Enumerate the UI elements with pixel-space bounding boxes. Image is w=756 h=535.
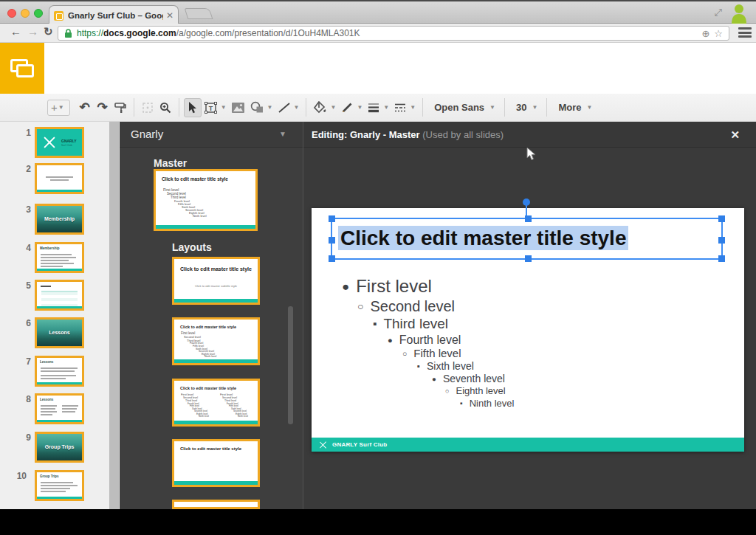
insert-image-button[interactable]: [229, 98, 247, 117]
line-weight-caret-icon[interactable]: ▼: [383, 104, 389, 111]
resize-handle-se[interactable]: [718, 255, 725, 262]
master-editing-stage: Editing: Gnarly - Master (Used by all sl…: [303, 122, 756, 509]
close-master-editor-icon[interactable]: ✕: [730, 128, 740, 142]
new-tab-button[interactable]: [185, 8, 213, 19]
resize-handle-e[interactable]: [718, 237, 725, 244]
master-thumbnail[interactable]: Click to edit master title style First l…: [154, 169, 258, 231]
line-weight-button[interactable]: [365, 98, 382, 117]
slide-thumbnail-9[interactable]: Group Trips: [35, 432, 84, 463]
reload-button[interactable]: ↻: [44, 25, 53, 38]
layout-thumbnail-1[interactable]: Click to edit master title style Click t…: [172, 257, 260, 305]
line-dash-caret-icon[interactable]: ▼: [410, 104, 416, 111]
new-slide-caret-icon[interactable]: ▼: [58, 104, 64, 111]
browser-tab[interactable]: Gnarly Surf Club – Google ✕: [49, 5, 179, 25]
slides-logo-icon[interactable]: [0, 43, 44, 94]
mini-level: Ninth level: [193, 214, 207, 218]
redo-button[interactable]: ↷: [94, 98, 111, 117]
new-slide-button[interactable]: + ▼: [47, 100, 70, 116]
zoom-button[interactable]: [157, 98, 174, 117]
slide-number: 10: [13, 471, 27, 481]
bullet-level-7[interactable]: Seventh level: [432, 373, 505, 384]
bullet-level-9[interactable]: Ninth level: [460, 398, 514, 409]
bullet-level-4[interactable]: Fourth level: [388, 334, 461, 347]
bullet-level-6[interactable]: Sixth level: [417, 360, 474, 372]
slide-number: 2: [18, 164, 31, 174]
slide-thumbnail-2[interactable]: [35, 163, 84, 194]
bookmark-star-icon[interactable]: ☆: [714, 28, 723, 39]
slide-thumbnail-7[interactable]: Lessons: [35, 356, 84, 387]
editing-title: Editing: Gnarly - Master (Used by all sl…: [312, 129, 504, 140]
slide-thumbnail-1[interactable]: GNARLY Surf Club: [35, 127, 84, 158]
font-family-dropdown[interactable]: Open Sans▼: [427, 98, 500, 117]
screen: Gnarly Surf Club – Google ✕ ⤢ ← → ↻ http…: [0, 0, 756, 535]
text-box-caret-icon[interactable]: ▼: [221, 104, 227, 111]
mini-level: Ninth level: [238, 415, 248, 418]
bullet-level-5[interactable]: Fifth level: [402, 347, 461, 359]
more-dropdown[interactable]: More▼: [551, 98, 597, 117]
line-tool-button[interactable]: [275, 98, 293, 117]
slide-thumbnail-5[interactable]: [35, 280, 84, 311]
slide-thumbnail-4[interactable]: Membership: [35, 242, 84, 273]
editing-header: Editing: Gnarly - Master (Used by all sl…: [303, 122, 756, 148]
text-box-tool-button[interactable]: T: [202, 98, 220, 117]
paint-format-button[interactable]: [111, 98, 129, 117]
layout-thumbnail-4[interactable]: Click to edit master title style: [172, 439, 260, 487]
resize-handle-n[interactable]: [525, 215, 532, 222]
toolbar: + ▼ ↶ ↷ T ▼ ▼ ▼: [0, 94, 756, 122]
address-bar[interactable]: https://docs.google.com/a/google.com/pre…: [58, 26, 729, 41]
image-icon: [231, 102, 245, 114]
slide-thumbnail-6[interactable]: Lessons: [35, 317, 84, 348]
select-tool-button[interactable]: [184, 98, 202, 117]
master-title-text[interactable]: Click to edit master title style: [338, 227, 628, 250]
shape-tool-button[interactable]: [247, 98, 267, 117]
resize-handle-nw[interactable]: [329, 215, 335, 222]
rotation-handle[interactable]: [523, 199, 530, 206]
theme-selector[interactable]: Gnarly ▼: [120, 122, 303, 148]
slide-thumbnail-3[interactable]: Membership: [35, 204, 84, 235]
fill-color-caret-icon[interactable]: ▼: [330, 104, 336, 111]
slide-thumbnail-10[interactable]: Group Trips: [35, 470, 84, 501]
url-host: docs.google.com: [103, 28, 176, 38]
browser-menu-icon[interactable]: [738, 27, 752, 38]
window-close-button[interactable]: [7, 9, 16, 18]
forward-button[interactable]: →: [27, 25, 38, 38]
shape-icon: [250, 101, 264, 114]
window-zoom-button[interactable]: [34, 9, 43, 18]
layout-thumbnail-3[interactable]: Click to edit master title style First l…: [172, 379, 260, 427]
window-resize-icon[interactable]: ⤢: [715, 7, 722, 18]
master-layouts-panel: Gnarly ▼ Master Click to edit master tit…: [120, 122, 303, 509]
gnarly-x-logo-icon: [319, 441, 327, 449]
resize-handle-s[interactable]: [525, 255, 532, 262]
back-button[interactable]: ←: [10, 25, 21, 38]
theme-dropdown-caret-icon[interactable]: ▼: [279, 130, 286, 138]
slide-number: 6: [18, 318, 31, 328]
bullet-level-1[interactable]: First level: [342, 276, 432, 297]
window-minimize-button[interactable]: [21, 9, 30, 18]
mini-level: Ninth level: [199, 415, 209, 418]
zoom-page-icon[interactable]: ⊕: [701, 28, 709, 39]
line-dash-button[interactable]: [391, 98, 409, 117]
slide-canvas[interactable]: Click to edit master title style First l…: [312, 208, 744, 452]
shape-caret-icon[interactable]: ▼: [267, 104, 273, 111]
resize-handle-w[interactable]: [329, 237, 335, 244]
plus-icon: +: [51, 101, 58, 114]
line-color-caret-icon[interactable]: ▼: [357, 104, 362, 111]
slide-footer-band[interactable]: GNARLY Surf Club: [312, 438, 744, 452]
filmstrip-scrollbar[interactable]: [109, 122, 120, 509]
resize-handle-ne[interactable]: [718, 215, 725, 222]
tab-close-icon[interactable]: ✕: [166, 10, 173, 21]
panel-scrollbar[interactable]: [288, 306, 293, 424]
line-color-button[interactable]: [338, 98, 356, 117]
line-caret-icon[interactable]: ▼: [294, 104, 300, 111]
slide-thumbnail-8[interactable]: Lessons: [35, 393, 84, 424]
fill-color-button[interactable]: [311, 98, 329, 117]
resize-handle-sw[interactable]: [329, 255, 335, 262]
bullet-level-2[interactable]: Second level: [357, 298, 455, 315]
bullet-level-3[interactable]: Third level: [373, 316, 448, 332]
layout-thumbnail-5[interactable]: [172, 500, 260, 509]
font-size-dropdown[interactable]: 30▼: [509, 98, 542, 117]
layout-thumbnail-2[interactable]: Click to edit master title style First l…: [172, 317, 260, 365]
slide-number: 8: [18, 394, 31, 404]
bullet-level-8[interactable]: Eighth level: [445, 385, 506, 396]
undo-button[interactable]: ↶: [76, 98, 94, 117]
